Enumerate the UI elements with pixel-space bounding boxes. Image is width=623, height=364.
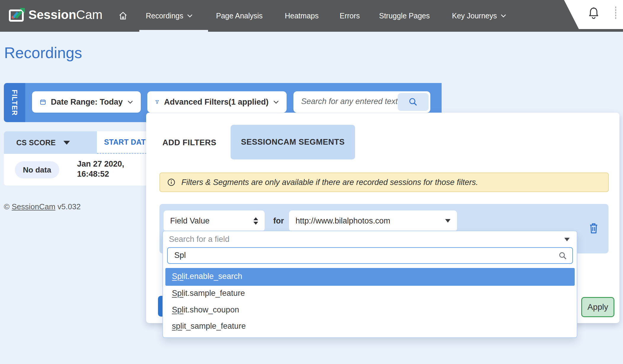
nav-page-analysis[interactable]: Page Analysis	[216, 9, 263, 22]
nav-key-journeys-label: Key Journeys	[452, 12, 497, 20]
page-title: Recordings	[4, 44, 82, 62]
nav-active-indicator	[139, 30, 208, 32]
filter-type-value: Field Value	[170, 216, 210, 226]
field-option[interactable]: split_sample_feature	[172, 322, 246, 331]
brand-cam: Cam	[76, 8, 103, 22]
start-date-line1: Jan 27 2020,	[77, 159, 124, 169]
start-date-cell: Jan 27 2020, 16:48:52	[77, 159, 124, 179]
select-caret-icon[interactable]	[564, 238, 570, 241]
field-option[interactable]: Split.sample_feature	[172, 289, 245, 298]
field-search-dropdown: Search for a field Spl Split.enable_sear…	[162, 231, 577, 338]
filter-type-select[interactable]: Field Value	[164, 210, 265, 231]
advanced-filters-button[interactable]: Advanced Filters(1 applied)	[147, 91, 287, 113]
footer-version: v5.032	[57, 202, 81, 211]
footer-copyright: ©	[4, 202, 9, 211]
sort-desc-icon	[63, 141, 70, 145]
nav-struggle-pages-label: Struggle Pages	[379, 12, 430, 20]
info-banner: Filters & Segments are only available if…	[159, 173, 609, 192]
start-date-header-label: START DATE	[104, 138, 151, 146]
select-caret-icon	[445, 219, 451, 223]
cs-score-header-label: CS SCORE	[16, 138, 56, 147]
site-select-value: http://www.bilalphotos.com	[295, 216, 390, 226]
tab-sessioncam-segments[interactable]: SESSIONCAM SEGMENTS	[231, 125, 355, 159]
field-option-selected[interactable]: Split.enable_search	[165, 268, 575, 286]
apply-button[interactable]: Apply	[581, 297, 614, 317]
nav-key-journeys[interactable]: Key Journeys	[452, 9, 506, 22]
text-search-input[interactable]: Search for any entered text	[293, 91, 430, 113]
search-icon	[558, 251, 568, 261]
chevron-down-icon	[127, 100, 133, 104]
site-select[interactable]: http://www.bilalphotos.com	[289, 210, 457, 231]
trash-icon[interactable]	[589, 222, 599, 234]
navbar-corner-wedge	[548, 0, 623, 29]
start-date-line2: 16:48:52	[77, 169, 124, 179]
footer: © SessionCam v5.032	[4, 202, 81, 211]
table-row[interactable]: No data Jan 27 2020, 16:48:52	[4, 154, 168, 186]
brand-logo[interactable]: SessionCam	[28, 8, 103, 22]
search-icon	[408, 97, 418, 107]
nav-home[interactable]	[118, 9, 128, 22]
advanced-filters-label: Advanced Filters(1 applied)	[164, 98, 269, 107]
nav-struggle-pages[interactable]: Struggle Pages	[379, 9, 430, 22]
date-range-button[interactable]: Date Range: Today	[32, 91, 141, 113]
info-icon	[167, 178, 175, 186]
date-range-label: Date Range: Today	[51, 98, 123, 107]
text-search-placeholder: Search for any entered text	[301, 97, 398, 106]
funnel-icon	[155, 97, 159, 107]
for-label: for	[273, 210, 284, 231]
calendar-icon	[40, 97, 46, 107]
field-option-label: Split.enable_search	[172, 272, 242, 281]
chevron-down-icon	[273, 100, 279, 104]
nav-heatmaps[interactable]: Heatmaps	[285, 9, 319, 22]
nav-heatmaps-label: Heatmaps	[285, 12, 319, 20]
top-navbar: SessionCam Recordings Page Analysis Heat…	[0, 0, 623, 32]
recordings-page: SessionCam Recordings Page Analysis Heat…	[0, 0, 623, 364]
filter-tab[interactable]: FILTER	[4, 83, 25, 122]
tab-add-filters[interactable]: ADD FILTERS	[162, 138, 216, 147]
field-search-query: Spl	[174, 251, 186, 260]
filter-tab-label: FILTER	[11, 90, 19, 116]
field-search-input[interactable]: Spl	[167, 247, 573, 264]
home-icon	[118, 11, 128, 21]
brand-session: Session	[28, 8, 76, 22]
nav-recordings[interactable]: Recordings	[146, 9, 193, 22]
nav-errors-label: Errors	[340, 12, 360, 20]
nav-recordings-label: Recordings	[146, 12, 183, 20]
spinner-icon	[253, 217, 258, 225]
nav-errors[interactable]: Errors	[340, 9, 360, 22]
chevron-down-icon	[187, 14, 193, 18]
field-select-placeholder[interactable]: Search for a field	[169, 235, 229, 244]
bell-icon[interactable]	[588, 7, 600, 20]
field-option[interactable]: Split.show_coupon	[172, 305, 239, 314]
nav-page-analysis-label: Page Analysis	[216, 12, 263, 20]
search-button[interactable]	[398, 93, 429, 111]
footer-sessioncam-link[interactable]: SessionCam	[12, 202, 55, 211]
column-header-cs-score[interactable]: CS SCORE	[4, 131, 97, 154]
cs-score-badge: No data	[15, 161, 59, 178]
kebab-menu-icon[interactable]	[615, 7, 616, 19]
sessioncam-logo-icon	[8, 8, 25, 23]
chevron-down-icon	[501, 14, 506, 18]
info-banner-text: Filters & Segments are only available if…	[181, 178, 478, 187]
